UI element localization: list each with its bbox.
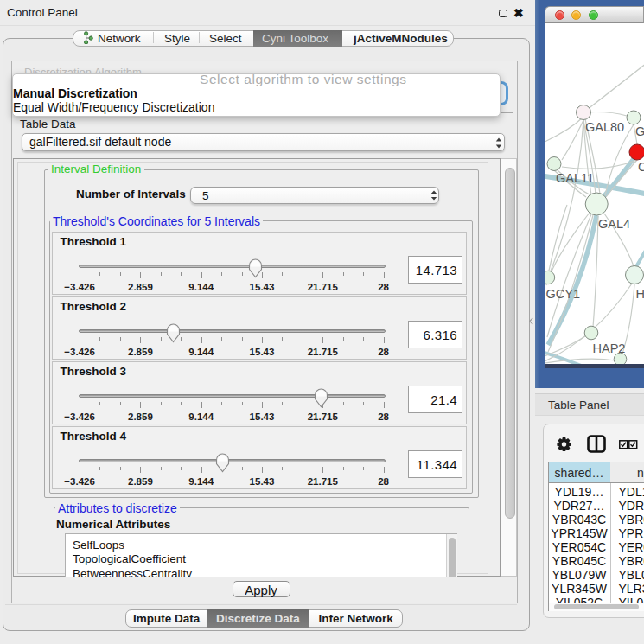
svg-text:GAL80: GAL80 [585, 120, 624, 134]
svg-text:GA: GA [635, 124, 644, 138]
svg-text:GCY1: GCY1 [546, 287, 581, 301]
svg-text:GAL11: GAL11 [556, 171, 594, 185]
svg-text:GAL4: GAL4 [598, 217, 630, 231]
svg-text:H: H [636, 287, 644, 301]
svg-text:C: C [638, 160, 644, 174]
svg-text:HAP2: HAP2 [593, 341, 626, 355]
